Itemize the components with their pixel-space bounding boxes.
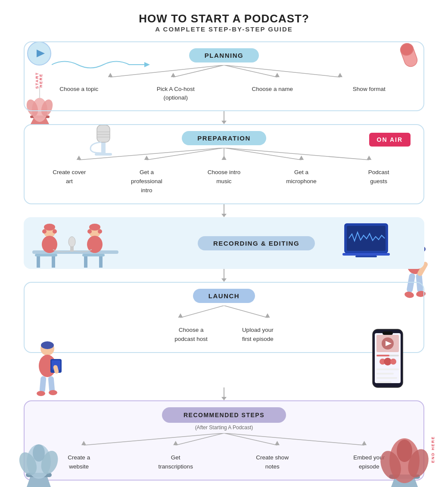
recommended-label: RECOMMENDED STEPS [162,407,286,423]
rec-arrows [31,433,417,447]
planning-item-cohost: Pick A Co-host(optional) [128,85,224,102]
svg-point-73 [39,355,56,377]
svg-rect-48 [84,255,87,268]
svg-rect-93 [376,373,394,375]
rec-item-embed: Embed yourepisode [321,453,418,471]
rec-item-website: Create awebsite [31,453,128,471]
svg-rect-47 [35,254,57,256]
svg-marker-103 [362,441,367,445]
svg-rect-78 [50,359,62,373]
svg-rect-95 [376,381,392,383]
prep-item-guests: Podcastguests [340,168,417,195]
prep-arrows [31,148,417,162]
svg-point-55 [53,229,57,234]
svg-marker-70 [265,313,270,318]
planning-item-name: Choose a name [224,85,321,102]
launch-illustrations [0,353,448,396]
svg-line-28 [224,148,369,160]
svg-point-91 [390,359,396,365]
svg-rect-46 [52,255,55,268]
main-title: HOW TO START A PODCAST? [0,12,448,25]
svg-marker-101 [173,441,178,445]
svg-marker-69 [178,313,183,318]
planning-label: PLANNING [189,48,259,62]
svg-point-54 [42,229,47,234]
launch-label: LAUNCH [193,289,255,303]
launch-section: LAUNCH Choose apodcast host Upload yourf… [24,282,424,353]
connector-plan-prep [0,111,448,124]
svg-point-60 [98,229,102,234]
svg-rect-45 [37,255,40,268]
svg-rect-80 [53,365,59,374]
prep-items: Create coverart Get aprofessionalintro C… [31,168,417,195]
svg-line-98 [224,433,277,445]
svg-line-96 [84,433,224,445]
svg-point-76 [37,391,45,396]
svg-marker-31 [221,156,226,160]
sub-title: A COMPLETE STEP-BY-STEP GUIDE [0,25,448,33]
planning-items: Choose a topic Pick A Co-host(optional) … [31,85,417,102]
svg-rect-65 [342,253,390,256]
recording-section: RECORDING & EDITING [24,217,424,269]
svg-marker-33 [367,156,371,160]
svg-marker-22 [275,73,280,77]
svg-line-18 [224,65,277,77]
svg-marker-100 [81,441,86,445]
svg-rect-50 [82,254,105,256]
svg-point-89 [380,359,386,365]
svg-rect-74 [39,376,46,393]
page-title: HOW TO START A PODCAST? A COMPLETE STEP-… [0,0,448,37]
svg-rect-66 [355,256,377,257]
prep-item-mic: Get amicrophone [263,168,340,195]
svg-point-57 [89,224,100,231]
recording-label: RECORDING & EDITING [198,236,315,250]
svg-line-17 [173,65,224,77]
preparation-section: ON AIR PREPARATION Create coverart [24,124,424,204]
prep-item-intro: Get aprofessionalintro [108,168,186,195]
svg-point-59 [87,229,92,234]
svg-line-24 [79,148,224,160]
recommended-sublabel: (After Starting A Podcast) [195,425,253,431]
svg-marker-21 [171,73,176,77]
laptop-illus [342,222,390,262]
recording-desk-illus [28,219,123,271]
svg-marker-32 [299,156,304,160]
svg-marker-30 [144,156,149,160]
svg-line-27 [224,148,302,160]
rec-items: Create awebsite Gettranscriptions Create… [31,453,417,471]
svg-line-16 [110,65,224,77]
svg-rect-49 [99,255,103,268]
svg-rect-92 [376,368,399,370]
on-air-badge: ON AIR [369,133,411,147]
prep-item-music: Choose intromusic [185,168,263,195]
svg-marker-23 [338,73,342,77]
launch-arrows [31,306,417,319]
svg-line-25 [146,148,224,160]
svg-rect-87 [376,355,399,356]
svg-line-99 [224,433,364,445]
svg-rect-79 [52,360,60,370]
svg-point-62 [68,237,75,247]
rec-item-transcriptions: Gettranscriptions [128,453,224,471]
svg-line-19 [224,65,340,77]
planning-item-format: Show format [321,85,418,102]
planning-arrows [31,65,417,79]
svg-rect-88 [376,355,389,356]
svg-marker-20 [108,73,113,77]
rec-item-shownotes: Create shownotes [224,453,321,471]
svg-rect-94 [376,377,397,379]
svg-marker-102 [275,441,280,445]
connector-rec-launch [0,269,448,282]
launch-items: Choose apodcast host Upload yourfirst ep… [31,325,417,343]
recommended-section: RECOMMENDED STEPS (After Starting A Podc… [24,400,424,481]
prep-item-cover: Create coverart [31,168,108,195]
svg-line-67 [180,306,224,318]
planning-section: PLANNING Choose a topic Pick A Co- [24,41,424,111]
svg-line-68 [224,306,268,318]
svg-rect-75 [48,376,55,393]
launch-item-upload: Upload yourfirst episode [242,325,274,343]
connector-prep-rec [0,204,448,217]
planning-item-topic: Choose a topic [31,85,128,102]
launch-item-host: Choose apodcast host [174,325,208,343]
end-here-label: END HERE [431,436,435,463]
